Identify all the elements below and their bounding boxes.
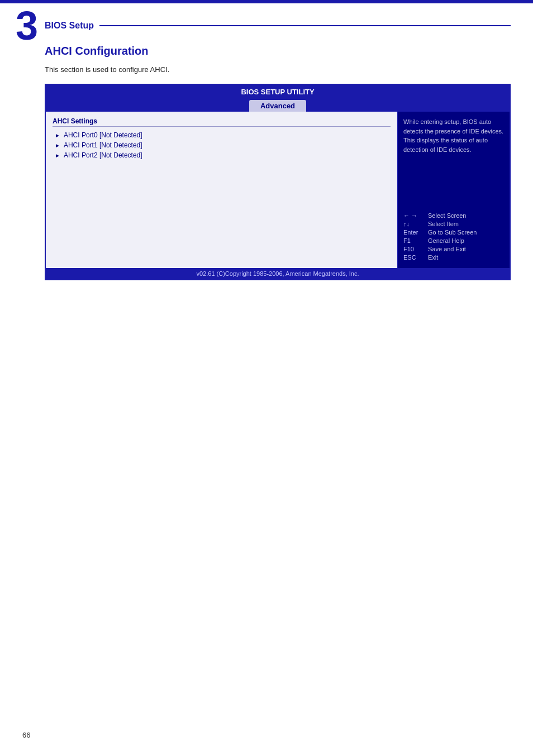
header-line bbox=[99, 25, 511, 26]
bios-footer: v02.61 (C)Copyright 1985-2006, American … bbox=[46, 268, 510, 279]
bios-section-header: AHCI Settings bbox=[53, 117, 391, 127]
tab-advanced[interactable]: Advanced bbox=[249, 100, 306, 112]
page-content: AHCI Configuration This section is used … bbox=[45, 45, 511, 280]
section-title: AHCI Configuration bbox=[45, 45, 511, 58]
list-item[interactable]: ► AHCI Port0 [Not Detected] bbox=[53, 131, 391, 139]
bios-help-text: While entering setup, BIOS auto detects … bbox=[403, 117, 504, 154]
bios-right-panel: While entering setup, BIOS auto detects … bbox=[398, 112, 510, 268]
key-row-select-screen: ← → Select Screen bbox=[403, 212, 504, 219]
key-row-enter: Enter Go to Sub Screen bbox=[403, 229, 504, 236]
key-desc-f1: General Help bbox=[428, 237, 464, 244]
bios-item-label-0: AHCI Port0 [Not Detected] bbox=[64, 131, 142, 139]
chapter-number: 3 bbox=[16, 6, 38, 46]
key-desc-select-screen: Select Screen bbox=[428, 212, 466, 219]
arrow-icon-1: ► bbox=[55, 142, 60, 149]
bios-key-help: ← → Select Screen ↑↓ Select Item Enter G… bbox=[403, 212, 504, 262]
key-row-f1: F1 General Help bbox=[403, 237, 504, 244]
key-desc-esc: Exit bbox=[428, 254, 438, 261]
bios-body: AHCI Settings ► AHCI Port0 [Not Detected… bbox=[46, 112, 510, 268]
arrow-icon-0: ► bbox=[55, 132, 60, 138]
bios-tab-row: Advanced bbox=[46, 99, 510, 112]
bios-item-label-1: AHCI Port1 [Not Detected] bbox=[64, 141, 142, 149]
key-row-select-item: ↑↓ Select Item bbox=[403, 221, 504, 227]
key-name-esc: ESC bbox=[403, 254, 428, 261]
arrow-icon-2: ► bbox=[55, 152, 60, 159]
bios-setup-bar: BIOS Setup bbox=[45, 18, 511, 34]
page-number: 66 bbox=[22, 731, 30, 739]
key-row-esc: ESC Exit bbox=[403, 254, 504, 261]
bios-left-panel: AHCI Settings ► AHCI Port0 [Not Detected… bbox=[46, 112, 397, 268]
key-name-updown: ↑↓ bbox=[403, 221, 428, 227]
key-desc-f10: Save and Exit bbox=[428, 246, 466, 252]
bios-setup-label: BIOS Setup bbox=[45, 21, 99, 31]
key-name-arrows: ← → bbox=[403, 212, 428, 219]
key-name-enter: Enter bbox=[403, 229, 428, 236]
top-decorative-bar bbox=[0, 0, 533, 3]
list-item[interactable]: ► AHCI Port2 [Not Detected] bbox=[53, 151, 391, 159]
key-desc-select-item: Select Item bbox=[428, 221, 459, 227]
key-name-f10: F10 bbox=[403, 246, 428, 252]
bios-utility: BIOS SETUP UTILITY Advanced AHCI Setting… bbox=[45, 84, 511, 280]
bios-item-label-2: AHCI Port2 [Not Detected] bbox=[64, 151, 142, 159]
list-item[interactable]: ► AHCI Port1 [Not Detected] bbox=[53, 141, 391, 149]
key-name-f1: F1 bbox=[403, 237, 428, 244]
key-desc-enter: Go to Sub Screen bbox=[428, 229, 477, 236]
description-text: This section is used to configure AHCI. bbox=[45, 65, 511, 74]
bios-utility-title: BIOS SETUP UTILITY bbox=[46, 85, 510, 99]
key-row-f10: F10 Save and Exit bbox=[403, 246, 504, 252]
